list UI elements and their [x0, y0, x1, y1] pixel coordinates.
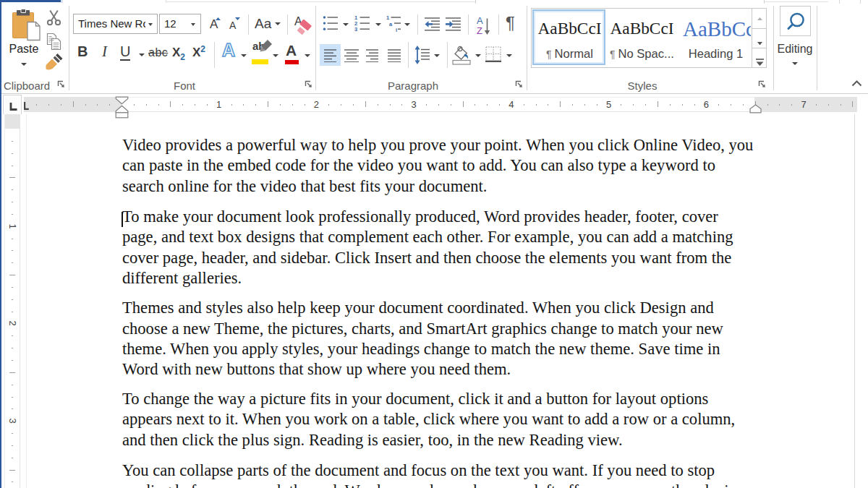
svg-text:3: 3 — [354, 26, 357, 33]
svg-text:A: A — [477, 16, 483, 26]
svg-text:1: 1 — [386, 15, 389, 21]
svg-text:i: i — [396, 27, 397, 33]
svg-text:a: a — [389, 21, 393, 27]
svg-text:Z: Z — [477, 25, 482, 36]
